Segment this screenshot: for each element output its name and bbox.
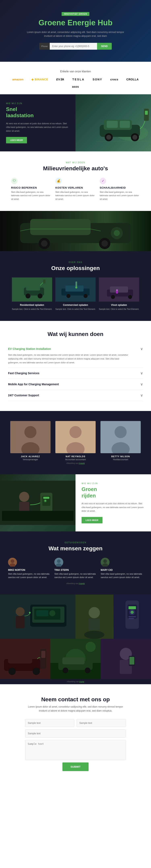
svg-rect-59 bbox=[2, 511, 73, 521]
testimonial-text-2: Stet clita kasd gubergren, no sea takima… bbox=[54, 572, 97, 579]
hero-phone-input[interactable] bbox=[50, 43, 97, 50]
solution-img-svg-3 bbox=[99, 277, 139, 302]
svg-point-103 bbox=[85, 668, 90, 673]
who-section: WIE WIJ ZIJN Snel laadstation At vero eo… bbox=[0, 94, 151, 151]
clients-title: Enkele van onze klanten bbox=[8, 70, 143, 73]
testimonial-card-2: TINA STERN Stet clita kasd gubergren, no… bbox=[54, 558, 97, 579]
accordion-arrow-4: ∨ bbox=[140, 393, 143, 398]
svg-rect-40 bbox=[116, 290, 118, 293]
accordion-arrow-1: ∨ bbox=[140, 347, 143, 351]
contact-row-1 bbox=[25, 719, 126, 727]
hero-send-button[interactable]: SEND bbox=[97, 43, 112, 50]
svg-rect-14 bbox=[30, 219, 91, 235]
testimonials-title: Wat mensen zeggen bbox=[8, 545, 143, 552]
hero-description: Lorem ipsum dolor sit amet, consectetur … bbox=[25, 30, 126, 38]
accordion-title-1: EV Charging Station Installation bbox=[8, 347, 51, 350]
svg-point-46 bbox=[69, 426, 82, 438]
accordion-item-3: Mobile App for Charging Management ∨ bbox=[8, 379, 143, 390]
client-logo-binance: ◆ BINANCE bbox=[31, 78, 48, 81]
testimonial-text-1: Stet clita kasd gubergren, no sea takima… bbox=[8, 572, 50, 579]
solutions-tag: OVER ONS bbox=[8, 261, 143, 264]
accordion-header-3[interactable]: Mobile App for Charging Management ∨ bbox=[8, 382, 143, 386]
team-name-1: JACK ALVAREZ bbox=[10, 455, 51, 458]
accordion-item-1: EV Charging Station Installation ∨ Stet … bbox=[8, 343, 143, 368]
contact-message-input[interactable] bbox=[25, 740, 126, 760]
team-section: JACK ALVAREZ Verkoopmanager NAT REYNOLDS… bbox=[0, 411, 151, 474]
accordion-item-4: 24/7 Customer Support ∨ bbox=[8, 390, 143, 401]
contact-section: Neem contact met ons op Lorem ipsum dolo… bbox=[0, 684, 151, 783]
solution-img-svg-1 bbox=[12, 277, 52, 302]
client-logo-sony: SONY bbox=[93, 78, 102, 81]
svg-point-16 bbox=[114, 230, 120, 236]
contact-submit-button[interactable]: SUBMIT bbox=[62, 763, 89, 771]
team-name-2: NAT REYNOLDS bbox=[55, 455, 96, 458]
svg-rect-85 bbox=[128, 606, 136, 609]
green-drive-left bbox=[0, 474, 76, 531]
contact-email-input[interactable] bbox=[77, 719, 126, 727]
testimonials-attribution-link[interactable]: Freepik bbox=[79, 583, 85, 585]
svg-point-64 bbox=[57, 559, 61, 563]
can-do-section: Wat wij kunnen doen EV Charging Station … bbox=[0, 321, 151, 411]
who-car-image bbox=[76, 94, 151, 151]
team-role-1: Verkoopmanager bbox=[10, 459, 51, 461]
accordion-header-2[interactable]: Fast Charging Services ∨ bbox=[8, 371, 143, 375]
who-right-image bbox=[76, 94, 151, 151]
ev-banner-illustration bbox=[0, 211, 151, 251]
testimonial-name-3: MARY CIO bbox=[101, 568, 143, 571]
solutions-grid: Residentieel opladen Sample text. Click … bbox=[8, 277, 143, 311]
accordion-arrow-2: ∨ bbox=[140, 371, 143, 375]
team-member-2: NAT REYNOLDS Accountant accountant bbox=[55, 421, 96, 461]
green-drive-right: WIE WIJ ZIJN Groen rijden At vero eos et… bbox=[76, 474, 151, 531]
testimonials-attribution: Afbeelding van Freepik bbox=[8, 583, 143, 585]
gallery-item-2 bbox=[76, 594, 113, 639]
clients-section: Enkele van onze klanten amazon ◆ BINANCE… bbox=[0, 62, 151, 94]
svg-point-31 bbox=[66, 294, 70, 298]
contact-name-input[interactable] bbox=[25, 719, 74, 727]
contact-phone-input[interactable] bbox=[25, 730, 126, 738]
team-photo-3 bbox=[100, 421, 141, 453]
gallery-img-1 bbox=[0, 594, 76, 639]
what-item-desc-1: Stet clita kasd gubergren, no sea takima… bbox=[11, 190, 51, 201]
accordion-content-1: Stet clita kasd gubergren, no sea takima… bbox=[8, 353, 129, 364]
who-title: Snel laadstation bbox=[6, 106, 69, 119]
svg-point-34 bbox=[75, 286, 77, 288]
accordion-title-3: Mobile App for Charging Management bbox=[8, 383, 59, 386]
team-role-2: Accountant accountant bbox=[55, 459, 96, 461]
testimonial-name-2: TINA STERN bbox=[54, 568, 97, 571]
gallery-attribution-link[interactable]: image bbox=[79, 681, 84, 683]
team-attribution-link[interactable]: Freepik bbox=[79, 462, 85, 464]
svg-point-104 bbox=[86, 642, 96, 652]
svg-rect-4 bbox=[120, 121, 130, 128]
gallery-attribution: Afbeelding van image bbox=[0, 679, 151, 684]
svg-point-70 bbox=[16, 607, 25, 616]
solution-label-1: Residentieel opladen bbox=[12, 304, 52, 306]
svg-point-43 bbox=[24, 426, 36, 438]
solution-desc-3: Sample text. Click to select the Text El… bbox=[99, 308, 139, 311]
gallery-item-6 bbox=[101, 639, 151, 679]
testimonials-tag: GETUIGENISSEN bbox=[8, 541, 143, 544]
solution-card-3: Vloot opladen Sample text. Click to sele… bbox=[99, 277, 139, 311]
who-cta-button[interactable]: LEES MEER bbox=[6, 137, 27, 143]
team-member-1: JACK ALVAREZ Verkoopmanager bbox=[10, 421, 51, 461]
solutions-section: OVER ONS Onze oplossingen Residentieel o… bbox=[0, 251, 151, 321]
svg-point-61 bbox=[11, 559, 14, 563]
accordion-arrow-3: ∨ bbox=[140, 382, 143, 386]
svg-rect-56 bbox=[43, 497, 49, 499]
client-logo-amazon: amazon bbox=[12, 78, 23, 81]
gallery-img-3 bbox=[113, 594, 151, 639]
green-drive-cta-button[interactable]: LEES MEER bbox=[82, 517, 102, 523]
svg-rect-75 bbox=[36, 610, 48, 616]
client-logo-evga: EV∃A bbox=[56, 78, 64, 81]
can-do-title: Wat wij kunnen doen bbox=[8, 331, 143, 337]
what-grid: 🛡 RISICO BEPERKEN Stet clita kasd guberg… bbox=[8, 178, 143, 201]
hero-badge: INNOVATIEF GROEN bbox=[62, 12, 90, 16]
solution-desc-1: Sample text. Click to select the Text El… bbox=[12, 308, 52, 311]
svg-point-102 bbox=[63, 668, 68, 673]
svg-point-24 bbox=[26, 293, 30, 299]
what-item-title-1: RISICO BEPERKEN bbox=[11, 186, 51, 189]
accordion-header-4[interactable]: 24/7 Customer Support ∨ bbox=[8, 393, 143, 398]
ev-banner bbox=[0, 211, 151, 251]
what-item-desc-2: Stet clita kasd gubergren, no sea takima… bbox=[55, 190, 96, 201]
accordion-header-1[interactable]: EV Charging Station Installation ∨ bbox=[8, 347, 143, 351]
who-left: WIE WIJ ZIJN Snel laadstation At vero eo… bbox=[0, 94, 76, 151]
